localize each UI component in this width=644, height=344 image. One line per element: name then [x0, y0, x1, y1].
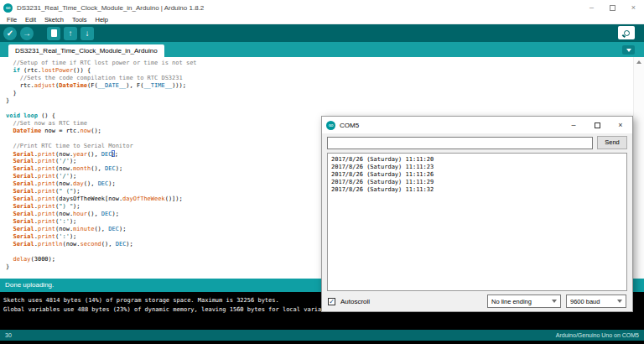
line-ending-dropdown[interactable]: No line ending	[487, 294, 561, 308]
baud-rate-value: 9600 baud	[570, 298, 600, 305]
code-line: //Sets the code compilation time to RTC …	[6, 75, 644, 82]
serial-maximize-button[interactable]	[585, 117, 609, 133]
save-button[interactable]: ↓	[80, 27, 94, 40]
line-number-indicator: 30	[5, 332, 12, 338]
serial-input-row: Send	[322, 133, 632, 152]
serial-title-bar: ∞ COM5 – ×	[322, 117, 632, 133]
magnifier-icon	[624, 30, 630, 36]
chevron-down-icon	[617, 300, 622, 303]
verify-button[interactable]: ✓	[3, 27, 17, 40]
menu-sketch[interactable]: Sketch	[40, 15, 68, 24]
serial-window-title: COM5	[340, 122, 562, 129]
arduino-ide-screen: ∞ DS3231_Real_Time_Clock_Module_in_Ardui…	[0, 0, 644, 344]
code-line: }	[6, 90, 644, 97]
serial-line: 2017/8/26 (Saturday) 11:11:23	[331, 164, 623, 171]
serial-bottom-bar: ✓ Autoscroll No line ending 9600 baud	[322, 291, 632, 311]
menu-edit[interactable]: Edit	[21, 15, 40, 24]
taskbar	[0, 341, 644, 344]
tab-strip: DS3231_Real_Time_Clock_Module_in_Arduino	[0, 42, 644, 57]
maximize-button[interactable]	[602, 0, 623, 15]
serial-line: 2017/8/26 (Saturday) 11:11:20	[331, 156, 623, 164]
title-bar: ∞ DS3231_Real_Time_Clock_Module_in_Ardui…	[0, 0, 644, 15]
toolbar: ✓→↑↓	[0, 24, 644, 42]
serial-input[interactable]	[327, 137, 593, 149]
baud-rate-dropdown[interactable]: 9600 baud	[566, 294, 626, 308]
maximize-icon	[610, 5, 615, 11]
scroll-up-icon	[636, 60, 641, 64]
arduino-logo-icon: ∞	[326, 121, 335, 130]
send-button[interactable]: Send	[597, 136, 627, 149]
window-controls: – ×	[581, 0, 644, 15]
tab-sketch[interactable]: DS3231_Real_Time_Clock_Module_in_Arduino	[8, 44, 164, 57]
autoscroll-checkbox[interactable]: ✓	[328, 298, 335, 305]
window-title: DS3231_Real_Time_Clock_Module_in_Arduino…	[17, 4, 581, 12]
autoscroll-label: Autoscroll	[340, 298, 482, 305]
serial-line: 2017/8/26 (Saturday) 11:11:32	[331, 186, 623, 194]
board-port-indicator: Arduino/Genuino Uno on COM5	[556, 332, 639, 338]
serial-close-button[interactable]: ×	[609, 117, 632, 133]
chevron-down-icon	[626, 49, 631, 52]
code-line	[6, 105, 644, 112]
close-button[interactable]: ×	[623, 0, 644, 15]
line-ending-value: No line ending	[491, 298, 532, 305]
serial-monitor-button[interactable]	[618, 26, 635, 39]
footer-bar: 30 Arduino/Genuino Uno on COM5	[0, 330, 644, 341]
code-line: //Setup of time if RTC lost power or tim…	[6, 60, 644, 67]
serial-line: 2017/8/26 (Saturday) 11:11:26	[331, 171, 623, 179]
document-icon	[51, 29, 57, 37]
tab-menu-button[interactable]	[622, 45, 635, 55]
menu-tools[interactable]: Tools	[68, 15, 91, 24]
serial-output-area[interactable]: 2017/8/26 (Saturday) 11:11:202017/8/26 (…	[327, 153, 627, 291]
code-line: }	[6, 97, 644, 105]
maximize-icon	[595, 122, 600, 128]
chevron-down-icon	[552, 300, 557, 303]
menu-file[interactable]: File	[3, 15, 21, 24]
code-line: if (rtc.lostPower()) {	[6, 67, 644, 75]
editor-scrollbar[interactable]	[633, 57, 644, 279]
serial-monitor-window: ∞ COM5 – × Send 2017/8/26 (Saturday) 11:…	[321, 116, 633, 312]
menu-help[interactable]: Help	[91, 15, 112, 24]
upload-button[interactable]: →	[20, 27, 34, 40]
minimize-button[interactable]: –	[581, 0, 602, 15]
status-message: Done uploading.	[5, 281, 54, 289]
arduino-logo-icon: ∞	[3, 3, 13, 13]
code-line: rtc.adjust(DateTime(F(__DATE__), F(__TIM…	[6, 82, 644, 90]
serial-line: 2017/8/26 (Saturday) 11:11:29	[331, 179, 623, 186]
new-sketch-button[interactable]	[47, 27, 60, 40]
menu-bar: FileEditSketchToolsHelp	[0, 15, 644, 24]
serial-minimize-button[interactable]: –	[562, 117, 585, 133]
open-button[interactable]: ↑	[64, 27, 77, 40]
